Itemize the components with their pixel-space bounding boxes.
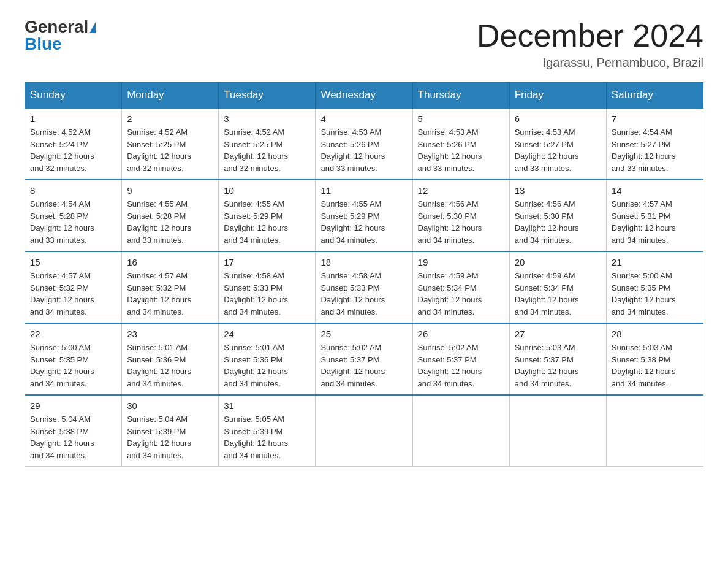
day-info: Sunrise: 5:01 AMSunset: 5:36 PMDaylight:… [224,342,310,389]
day-info: Sunrise: 4:52 AMSunset: 5:25 PMDaylight:… [127,126,213,174]
calendar-day-header: Saturday [606,83,703,109]
day-info: Sunrise: 5:00 AMSunset: 5:35 PMDaylight:… [30,342,116,389]
day-info: Sunrise: 4:55 AMSunset: 5:29 PMDaylight:… [320,198,407,246]
calendar-cell: 10Sunrise: 4:55 AMSunset: 5:29 PMDayligh… [219,180,316,251]
header-right: December 2024 Igarassu, Pernambuco, Braz… [477,18,703,70]
day-number: 30 [127,400,213,411]
calendar-table: SundayMondayTuesdayWednesdayThursdayFrid… [25,82,703,467]
day-number: 27 [515,329,601,339]
logo-general-text: General [25,17,88,36]
day-info: Sunrise: 4:59 AMSunset: 5:34 PMDaylight:… [418,270,504,318]
day-number: 23 [127,329,213,339]
day-number: 26 [418,329,504,339]
calendar-week-row: 29Sunrise: 5:04 AMSunset: 5:38 PMDayligh… [25,395,703,467]
calendar-week-row: 15Sunrise: 4:57 AMSunset: 5:32 PMDayligh… [25,251,703,323]
day-info: Sunrise: 4:54 AMSunset: 5:27 PMDaylight:… [612,126,698,174]
location-text: Igarassu, Pernambuco, Brazil [477,56,703,70]
calendar-cell: 5Sunrise: 4:53 AMSunset: 5:26 PMDaylight… [412,108,509,180]
calendar-cell: 31Sunrise: 5:05 AMSunset: 5:39 PMDayligh… [219,395,316,467]
day-number: 16 [127,257,213,267]
calendar-cell: 1Sunrise: 4:52 AMSunset: 5:24 PMDaylight… [25,108,122,180]
calendar-cell: 28Sunrise: 5:03 AMSunset: 5:38 PMDayligh… [606,323,703,395]
day-info: Sunrise: 4:56 AMSunset: 5:30 PMDaylight:… [515,198,601,246]
calendar-day-header: Monday [122,83,219,109]
day-number: 8 [30,185,116,196]
logo-line2: Blue [25,36,62,53]
calendar-cell: 19Sunrise: 4:59 AMSunset: 5:34 PMDayligh… [412,251,509,323]
calendar-cell: 3Sunrise: 4:52 AMSunset: 5:25 PMDaylight… [219,108,316,180]
calendar-week-row: 22Sunrise: 5:00 AMSunset: 5:35 PMDayligh… [25,323,703,395]
calendar-cell: 13Sunrise: 4:56 AMSunset: 5:30 PMDayligh… [509,180,606,251]
logo-triangle-icon [89,22,96,33]
day-number: 6 [515,113,601,124]
calendar-cell: 25Sunrise: 5:02 AMSunset: 5:37 PMDayligh… [316,323,412,395]
day-number: 7 [612,113,698,124]
day-info: Sunrise: 5:05 AMSunset: 5:39 PMDaylight:… [224,413,310,461]
calendar-cell: 24Sunrise: 5:01 AMSunset: 5:36 PMDayligh… [219,323,316,395]
calendar-cell [509,395,606,467]
calendar-cell: 2Sunrise: 4:52 AMSunset: 5:25 PMDaylight… [122,108,219,180]
day-info: Sunrise: 5:02 AMSunset: 5:37 PMDaylight:… [418,342,504,389]
calendar-week-row: 1Sunrise: 4:52 AMSunset: 5:24 PMDaylight… [25,108,703,180]
calendar-cell: 11Sunrise: 4:55 AMSunset: 5:29 PMDayligh… [316,180,412,251]
day-info: Sunrise: 5:04 AMSunset: 5:39 PMDaylight:… [127,413,213,461]
day-info: Sunrise: 4:53 AMSunset: 5:26 PMDaylight:… [320,126,407,174]
day-info: Sunrise: 4:57 AMSunset: 5:32 PMDaylight:… [30,270,116,318]
day-info: Sunrise: 5:01 AMSunset: 5:36 PMDaylight:… [127,342,213,389]
day-number: 29 [30,400,116,411]
day-info: Sunrise: 5:03 AMSunset: 5:37 PMDaylight:… [515,342,601,389]
day-info: Sunrise: 4:57 AMSunset: 5:31 PMDaylight:… [612,198,698,246]
calendar-day-header: Wednesday [316,83,412,109]
day-info: Sunrise: 4:59 AMSunset: 5:34 PMDaylight:… [515,270,601,318]
day-number: 22 [30,329,116,339]
calendar-cell: 15Sunrise: 4:57 AMSunset: 5:32 PMDayligh… [25,251,122,323]
calendar-cell: 4Sunrise: 4:53 AMSunset: 5:26 PMDaylight… [316,108,412,180]
calendar-cell: 6Sunrise: 4:53 AMSunset: 5:27 PMDaylight… [509,108,606,180]
day-number: 14 [612,185,698,196]
calendar-cell [316,395,412,467]
day-number: 20 [515,257,601,267]
day-number: 1 [30,113,116,124]
day-info: Sunrise: 4:53 AMSunset: 5:26 PMDaylight:… [418,126,504,174]
day-info: Sunrise: 4:52 AMSunset: 5:24 PMDaylight:… [30,126,116,174]
day-info: Sunrise: 4:57 AMSunset: 5:32 PMDaylight:… [127,270,213,318]
day-number: 2 [127,113,213,124]
day-info: Sunrise: 4:55 AMSunset: 5:29 PMDaylight:… [224,198,310,246]
day-number: 13 [515,185,601,196]
day-number: 28 [612,329,698,339]
calendar-cell: 18Sunrise: 4:58 AMSunset: 5:33 PMDayligh… [316,251,412,323]
calendar-cell [412,395,509,467]
calendar-cell: 8Sunrise: 4:54 AMSunset: 5:28 PMDaylight… [25,180,122,251]
day-info: Sunrise: 4:58 AMSunset: 5:33 PMDaylight:… [320,270,407,318]
day-info: Sunrise: 5:02 AMSunset: 5:37 PMDaylight:… [320,342,407,389]
day-number: 3 [224,113,310,124]
calendar-cell: 20Sunrise: 4:59 AMSunset: 5:34 PMDayligh… [509,251,606,323]
calendar-day-header: Tuesday [219,83,316,109]
day-number: 10 [224,185,310,196]
day-info: Sunrise: 4:56 AMSunset: 5:30 PMDaylight:… [418,198,504,246]
calendar-cell: 21Sunrise: 5:00 AMSunset: 5:35 PMDayligh… [606,251,703,323]
day-number: 4 [320,113,407,124]
day-number: 12 [418,185,504,196]
day-number: 17 [224,257,310,267]
day-number: 31 [224,400,310,411]
day-info: Sunrise: 5:03 AMSunset: 5:38 PMDaylight:… [612,342,698,389]
day-info: Sunrise: 5:00 AMSunset: 5:35 PMDaylight:… [612,270,698,318]
day-number: 24 [224,329,310,339]
calendar-day-header: Thursday [412,83,509,109]
calendar-day-header: Friday [509,83,606,109]
day-info: Sunrise: 4:52 AMSunset: 5:25 PMDaylight:… [224,126,310,174]
calendar-cell: 27Sunrise: 5:03 AMSunset: 5:37 PMDayligh… [509,323,606,395]
month-title: December 2024 [477,18,703,53]
calendar-header-row: SundayMondayTuesdayWednesdayThursdayFrid… [25,83,703,109]
calendar-cell: 7Sunrise: 4:54 AMSunset: 5:27 PMDaylight… [606,108,703,180]
page-header: General Blue December 2024 Igarassu, Per… [25,18,703,70]
day-number: 9 [127,185,213,196]
logo-line1: General [25,18,96,36]
day-number: 11 [320,185,407,196]
day-info: Sunrise: 4:55 AMSunset: 5:28 PMDaylight:… [127,198,213,246]
calendar-cell: 29Sunrise: 5:04 AMSunset: 5:38 PMDayligh… [25,395,122,467]
calendar-cell: 23Sunrise: 5:01 AMSunset: 5:36 PMDayligh… [122,323,219,395]
day-number: 15 [30,257,116,267]
day-info: Sunrise: 4:53 AMSunset: 5:27 PMDaylight:… [515,126,601,174]
